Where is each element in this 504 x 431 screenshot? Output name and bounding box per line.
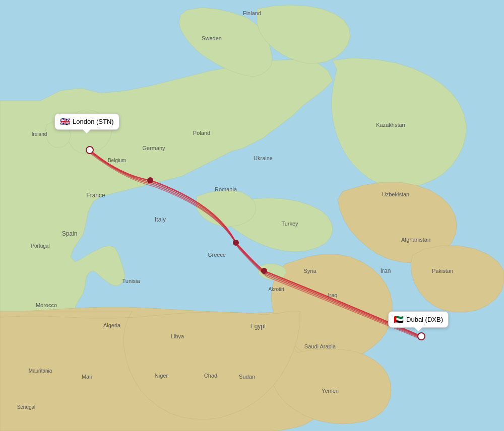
spain-label: Spain: [62, 230, 78, 237]
waypoint-2: [233, 240, 239, 246]
uzbekistan-label: Uzbekistan: [382, 191, 409, 197]
chad-label: Chad: [204, 373, 217, 379]
london-flag: 🇬🇧: [60, 117, 70, 126]
tunisia-label: Tunisia: [122, 278, 140, 284]
germany-label: Germany: [142, 145, 165, 151]
poland-label: Poland: [193, 130, 210, 136]
ukraine-label: Ukraine: [254, 155, 273, 161]
saudi-arabia-label: Saudi Arabia: [304, 343, 336, 349]
romania-label: Romania: [215, 186, 237, 192]
sweden-label: Sweden: [202, 35, 222, 41]
waypoint-1: [147, 177, 153, 183]
afghanistan-label: Afghanistan: [401, 237, 430, 243]
waypoint-3: [261, 268, 267, 274]
greece-label: Greece: [208, 252, 226, 258]
mali-label: Mali: [82, 374, 92, 380]
niger-label: Niger: [155, 373, 168, 379]
london-dot: [86, 147, 93, 154]
london-label: London (STN): [73, 118, 114, 125]
belgium-label: Belgium: [108, 158, 126, 163]
france-label: France: [86, 192, 105, 199]
egypt-label: Egypt: [250, 323, 266, 330]
mauritania-label: Mauritania: [29, 368, 52, 374]
senegal-label: Senegal: [17, 404, 36, 410]
akrotiri-label: Akrotiri: [268, 286, 284, 292]
dubai-tooltip: 🇦🇪 Dubai (DXB): [388, 311, 449, 328]
yemen-label: Yemen: [322, 388, 339, 394]
syria-label: Syria: [303, 268, 317, 274]
dubai-flag: 🇦🇪: [394, 315, 404, 324]
pakistan-label: Pakistan: [432, 268, 453, 274]
libya-label: Libya: [171, 333, 184, 339]
morocco-label: Morocco: [36, 302, 57, 308]
portugal-label: Portugal: [31, 243, 49, 249]
dubai-dot: [418, 333, 425, 340]
iran-label: Iran: [381, 267, 391, 274]
finland-label: Finland: [243, 10, 261, 16]
dubai-label: Dubai (DXB): [406, 316, 443, 323]
turkey-label: Turkey: [281, 221, 298, 227]
london-tooltip: 🇬🇧 London (STN): [54, 113, 119, 130]
ireland-label: Ireland: [32, 131, 47, 137]
sudan-label: Sudan: [239, 374, 255, 380]
kazakhstan-label: Kazakhstan: [376, 122, 405, 128]
italy-label: Italy: [155, 216, 166, 223]
algeria-label: Algeria: [103, 322, 121, 328]
map-svg: Finland Sweden Ireland Belgium Germany P…: [0, 0, 504, 431]
map-container: Finland Sweden Ireland Belgium Germany P…: [0, 0, 504, 431]
iraq-label: Iraq: [328, 292, 338, 298]
